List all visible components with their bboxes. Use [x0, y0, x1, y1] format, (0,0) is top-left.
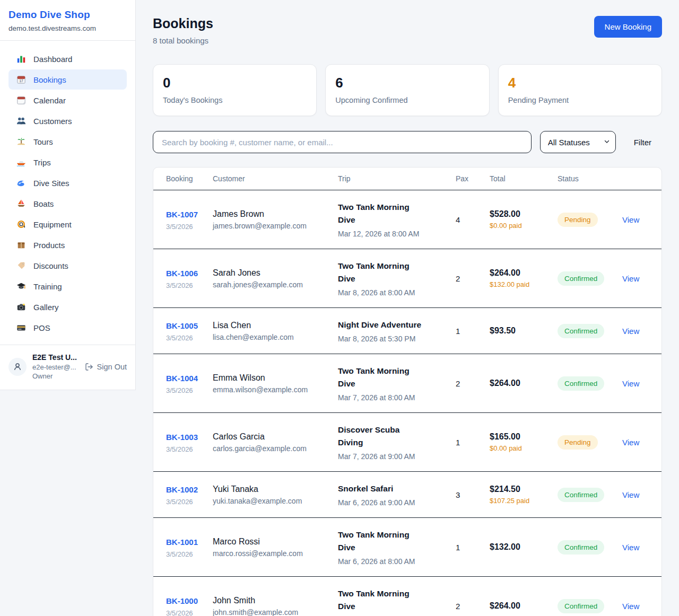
sign-out-button[interactable]: Sign Out: [85, 363, 127, 371]
customer-name: Yuki Tanaka: [213, 485, 334, 494]
new-booking-button[interactable]: New Booking: [594, 16, 662, 38]
pax-value: 1: [456, 413, 490, 472]
total-amount: $264.00: [490, 601, 553, 611]
trip-datetime: Mar 12, 2026 at 8:00 AM: [338, 230, 451, 238]
booking-id-link[interactable]: BK-1002: [166, 483, 199, 496]
sidebar-item[interactable]: Calendar: [8, 90, 127, 110]
total-amount: $132.00: [490, 542, 553, 552]
sidebar-item-label: Gallery: [33, 303, 59, 312]
sidebar-item[interactable]: Equipment: [8, 214, 127, 234]
calendar-icon: [16, 95, 27, 105]
booking-date: 3/5/2026: [166, 223, 208, 231]
total-amount: $93.50: [490, 326, 553, 336]
pax-value: 1: [456, 518, 490, 577]
logout-icon: [85, 363, 93, 371]
paid-amount: $132.00 paid: [490, 280, 535, 288]
bar-chart-icon: [16, 54, 27, 64]
view-link[interactable]: View: [622, 602, 639, 611]
booking-date: 3/5/2026: [166, 281, 208, 289]
page-title: Bookings: [153, 16, 213, 31]
trip-datetime: Mar 6, 2026 at 9:00 AM: [338, 498, 451, 507]
view-link[interactable]: View: [622, 379, 639, 388]
sidebar-item[interactable]: Trips: [8, 152, 127, 172]
search-input[interactable]: [153, 131, 532, 153]
trip-name: Night Dive Adventure: [338, 319, 424, 331]
customer-email: marco.rossi@example.com: [213, 549, 334, 558]
sidebar-item[interactable]: Gallery: [8, 297, 127, 317]
sidebar-item[interactable]: Training: [8, 276, 127, 296]
bookings-table: Booking Customer Trip Pax Total Status B…: [153, 168, 661, 616]
total-amount: $214.50: [490, 485, 553, 494]
sidebar-item-label: Dive Sites: [33, 179, 69, 188]
status-badge: Confirmed: [558, 271, 604, 286]
booking-id-link[interactable]: BK-1001: [166, 536, 199, 548]
bookings-table-card: Booking Customer Trip Pax Total Status B…: [153, 167, 662, 616]
sidebar-item[interactable]: Products: [8, 235, 127, 255]
column-header-customer: Customer: [213, 168, 338, 190]
booking-date: 3/5/2026: [166, 334, 208, 342]
tag-icon: [16, 261, 27, 270]
sidebar-item[interactable]: Bookings: [8, 69, 127, 90]
booking-row: BK-1007 3/5/2026 James Brown james.brown…: [153, 190, 661, 249]
column-header-total: Total: [490, 168, 558, 190]
sidebar-item[interactable]: Tours: [8, 131, 127, 152]
booking-id-link[interactable]: BK-1006: [166, 267, 199, 279]
sailboat-icon: [16, 199, 27, 208]
sidebar-item-label: Dashboard: [33, 55, 72, 64]
view-link[interactable]: View: [622, 490, 639, 499]
customer-email: yuki.tanaka@example.com: [213, 497, 334, 505]
trip-name: Two Tank Morning Dive: [338, 529, 424, 554]
view-link[interactable]: View: [622, 327, 639, 336]
stat-label: Today's Bookings: [163, 96, 307, 104]
status-select[interactable]: All Statuses: [540, 131, 616, 153]
customer-name: John Smith: [213, 596, 334, 605]
table-header-row: Booking Customer Trip Pax Total Status: [153, 168, 661, 190]
stat-card: 0 Today's Bookings: [153, 64, 317, 116]
column-header-pax: Pax: [456, 168, 490, 190]
stat-value: 6: [335, 75, 479, 91]
sidebar-item[interactable]: Discounts: [8, 256, 127, 276]
island-icon: [16, 137, 27, 146]
booking-id-link[interactable]: BK-1007: [166, 208, 199, 221]
view-link[interactable]: View: [622, 215, 639, 224]
sidebar-item[interactable]: Dive Sites: [8, 173, 127, 193]
stat-label: Pending Payment: [508, 96, 652, 104]
pax-value: 2: [456, 354, 490, 413]
booking-date: 3/5/2026: [166, 609, 208, 616]
sidebar-item-label: Equipment: [33, 220, 72, 229]
booking-id-link[interactable]: BK-1003: [166, 431, 199, 443]
view-link[interactable]: View: [622, 274, 639, 283]
sidebar-item-label: Boats: [33, 199, 54, 208]
speedboat-icon: [16, 157, 27, 167]
status-badge: Pending: [558, 435, 598, 450]
trip-datetime: Mar 8, 2026 at 8:00 AM: [338, 288, 451, 297]
column-header-booking: Booking: [153, 168, 213, 190]
customer-email: lisa.chen@example.com: [213, 333, 334, 341]
booking-id-link[interactable]: BK-1005: [166, 320, 199, 332]
sidebar-item[interactable]: POS: [8, 318, 127, 338]
sidebar-item[interactable]: Dashboard: [8, 49, 127, 69]
paid-amount: $0.00 paid: [490, 222, 535, 230]
user-role: Owner: [32, 372, 77, 381]
people-icon: [16, 116, 27, 126]
paid-amount: $107.25 paid: [490, 497, 535, 505]
avatar: [8, 358, 27, 376]
booking-id-link[interactable]: BK-1000: [166, 595, 199, 607]
user-name: E2E Test U...: [32, 353, 77, 363]
column-header-view: [622, 168, 661, 190]
stat-card: 6 Upcoming Confirmed: [325, 64, 489, 116]
stat-value: 0: [163, 75, 307, 91]
customer-name: Sarah Jones: [213, 268, 334, 278]
sidebar-item[interactable]: Boats: [8, 193, 127, 214]
sidebar-item[interactable]: Customers: [8, 111, 127, 131]
main-content: Bookings 8 total bookings New Booking 0 …: [136, 0, 679, 616]
package-icon: [16, 240, 27, 250]
filter-button[interactable]: Filter: [616, 138, 662, 147]
pax-value: 3: [456, 472, 490, 518]
view-link[interactable]: View: [622, 438, 639, 447]
wave-icon: [16, 178, 27, 188]
trip-datetime: Mar 6, 2026 at 8:00 AM: [338, 557, 451, 566]
booking-id-link[interactable]: BK-1004: [166, 372, 199, 384]
view-link[interactable]: View: [622, 543, 639, 552]
grad-cap-icon: [16, 281, 27, 291]
